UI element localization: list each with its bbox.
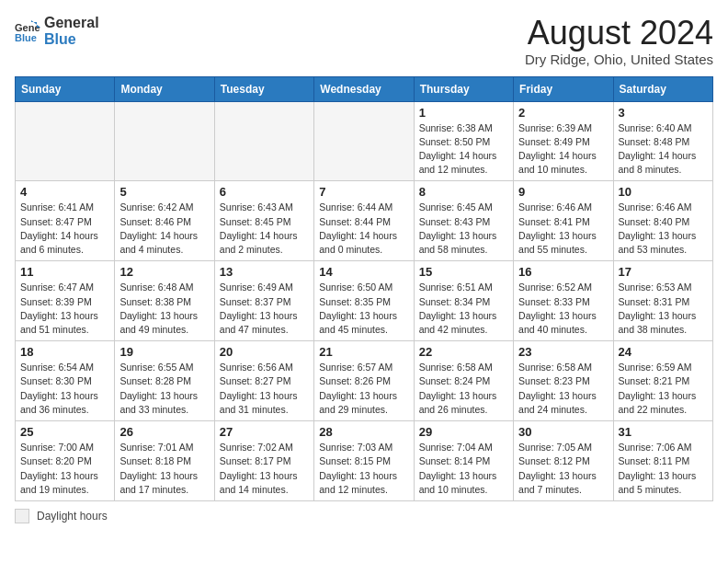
calendar-cell: [214, 101, 313, 181]
calendar-week-2: 4Sunrise: 6:41 AM Sunset: 8:47 PM Daylig…: [16, 181, 713, 261]
calendar-cell: [16, 101, 115, 181]
day-number: 26: [119, 425, 209, 439]
day-detail: Sunrise: 6:52 AM Sunset: 8:33 PM Dayligh…: [518, 281, 608, 337]
day-number: 24: [619, 345, 708, 359]
day-number: 17: [619, 265, 708, 279]
day-number: 19: [119, 345, 209, 359]
calendar-week-3: 11Sunrise: 6:47 AM Sunset: 8:39 PM Dayli…: [16, 261, 713, 341]
day-detail: Sunrise: 6:39 AM Sunset: 8:49 PM Dayligh…: [518, 121, 608, 178]
day-detail: Sunrise: 6:40 AM Sunset: 8:48 PM Dayligh…: [619, 121, 708, 178]
day-detail: Sunrise: 6:44 AM Sunset: 8:44 PM Dayligh…: [319, 201, 408, 257]
day-detail: Sunrise: 6:54 AM Sunset: 8:30 PM Dayligh…: [20, 361, 109, 417]
day-detail: Sunrise: 7:05 AM Sunset: 8:12 PM Dayligh…: [518, 441, 608, 497]
calendar-cell: 29Sunrise: 7:04 AM Sunset: 8:14 PM Dayli…: [414, 421, 513, 501]
day-detail: Sunrise: 6:51 AM Sunset: 8:34 PM Dayligh…: [419, 281, 508, 337]
day-number: 14: [319, 265, 408, 279]
calendar-cell: 2Sunrise: 6:39 AM Sunset: 8:49 PM Daylig…: [514, 101, 613, 181]
logo: General Blue General Blue: [15, 15, 99, 47]
day-number: 9: [518, 185, 608, 199]
location-title: Dry Ridge, Ohio, United States: [525, 52, 713, 67]
day-detail: Sunrise: 6:59 AM Sunset: 8:21 PM Dayligh…: [619, 361, 708, 417]
calendar-cell: 23Sunrise: 6:58 AM Sunset: 8:23 PM Dayli…: [514, 341, 613, 421]
day-detail: Sunrise: 6:48 AM Sunset: 8:38 PM Dayligh…: [119, 281, 209, 337]
day-number: 18: [20, 345, 109, 359]
day-number: 3: [619, 106, 708, 120]
legend-label: Daylight hours: [37, 510, 108, 523]
day-detail: Sunrise: 6:58 AM Sunset: 8:23 PM Dayligh…: [518, 361, 608, 417]
calendar-cell: 28Sunrise: 7:03 AM Sunset: 8:15 PM Dayli…: [314, 421, 414, 501]
calendar-header-monday: Monday: [115, 76, 214, 101]
day-detail: Sunrise: 6:41 AM Sunset: 8:47 PM Dayligh…: [20, 201, 109, 257]
day-number: 21: [319, 345, 408, 359]
calendar-cell: 5Sunrise: 6:42 AM Sunset: 8:46 PM Daylig…: [115, 181, 214, 261]
calendar-header-thursday: Thursday: [414, 76, 513, 101]
day-number: 13: [220, 265, 309, 279]
calendar-cell: 24Sunrise: 6:59 AM Sunset: 8:21 PM Dayli…: [613, 341, 712, 421]
calendar-cell: 18Sunrise: 6:54 AM Sunset: 8:30 PM Dayli…: [16, 341, 115, 421]
day-number: 6: [220, 185, 309, 199]
day-detail: Sunrise: 6:57 AM Sunset: 8:26 PM Dayligh…: [319, 361, 408, 417]
calendar-cell: 3Sunrise: 6:40 AM Sunset: 8:48 PM Daylig…: [613, 101, 712, 181]
day-number: 1: [419, 106, 508, 120]
calendar-cell: [314, 101, 414, 181]
day-number: 7: [319, 185, 408, 199]
logo-blue-text: Blue: [44, 31, 99, 48]
day-detail: Sunrise: 6:42 AM Sunset: 8:46 PM Dayligh…: [119, 201, 209, 257]
day-detail: Sunrise: 7:03 AM Sunset: 8:15 PM Dayligh…: [319, 441, 408, 497]
calendar-header-saturday: Saturday: [613, 76, 712, 101]
day-detail: Sunrise: 7:01 AM Sunset: 8:18 PM Dayligh…: [119, 441, 209, 497]
day-number: 16: [518, 265, 608, 279]
calendar-header-sunday: Sunday: [16, 76, 115, 101]
day-detail: Sunrise: 6:50 AM Sunset: 8:35 PM Dayligh…: [319, 281, 408, 337]
day-detail: Sunrise: 6:55 AM Sunset: 8:28 PM Dayligh…: [119, 361, 209, 417]
day-number: 10: [619, 185, 708, 199]
calendar-cell: 20Sunrise: 6:56 AM Sunset: 8:27 PM Dayli…: [214, 341, 313, 421]
calendar-table: SundayMondayTuesdayWednesdayThursdayFrid…: [15, 76, 713, 501]
calendar-cell: 14Sunrise: 6:50 AM Sunset: 8:35 PM Dayli…: [314, 261, 414, 341]
day-detail: Sunrise: 6:38 AM Sunset: 8:50 PM Dayligh…: [419, 121, 508, 178]
day-number: 22: [419, 345, 508, 359]
calendar-cell: 16Sunrise: 6:52 AM Sunset: 8:33 PM Dayli…: [514, 261, 613, 341]
calendar-cell: 31Sunrise: 7:06 AM Sunset: 8:11 PM Dayli…: [613, 421, 712, 501]
calendar-cell: 22Sunrise: 6:58 AM Sunset: 8:24 PM Dayli…: [414, 341, 513, 421]
day-detail: Sunrise: 7:04 AM Sunset: 8:14 PM Dayligh…: [419, 441, 508, 497]
day-detail: Sunrise: 6:46 AM Sunset: 8:40 PM Dayligh…: [619, 201, 708, 257]
calendar-cell: 26Sunrise: 7:01 AM Sunset: 8:18 PM Dayli…: [115, 421, 214, 501]
calendar-header-row: SundayMondayTuesdayWednesdayThursdayFrid…: [16, 76, 713, 101]
calendar-cell: 27Sunrise: 7:02 AM Sunset: 8:17 PM Dayli…: [214, 421, 313, 501]
calendar-cell: 6Sunrise: 6:43 AM Sunset: 8:45 PM Daylig…: [214, 181, 313, 261]
month-title: August 2024: [525, 15, 713, 52]
svg-text:Blue: Blue: [15, 32, 37, 43]
day-number: 30: [518, 425, 608, 439]
day-number: 11: [20, 265, 109, 279]
day-number: 31: [619, 425, 708, 439]
calendar-week-4: 18Sunrise: 6:54 AM Sunset: 8:30 PM Dayli…: [16, 341, 713, 421]
day-detail: Sunrise: 6:43 AM Sunset: 8:45 PM Dayligh…: [220, 201, 309, 257]
day-number: 23: [518, 345, 608, 359]
header: General Blue General Blue August 2024 Dr…: [15, 15, 713, 67]
day-number: 20: [220, 345, 309, 359]
calendar-cell: 4Sunrise: 6:41 AM Sunset: 8:47 PM Daylig…: [16, 181, 115, 261]
calendar-header-tuesday: Tuesday: [214, 76, 313, 101]
day-detail: Sunrise: 6:53 AM Sunset: 8:31 PM Dayligh…: [619, 281, 708, 337]
calendar-week-1: 1Sunrise: 6:38 AM Sunset: 8:50 PM Daylig…: [16, 101, 713, 181]
day-detail: Sunrise: 7:02 AM Sunset: 8:17 PM Dayligh…: [220, 441, 309, 497]
day-number: 8: [419, 185, 508, 199]
day-number: 12: [119, 265, 209, 279]
calendar-cell: 12Sunrise: 6:48 AM Sunset: 8:38 PM Dayli…: [115, 261, 214, 341]
calendar-cell: 17Sunrise: 6:53 AM Sunset: 8:31 PM Dayli…: [613, 261, 712, 341]
day-detail: Sunrise: 7:06 AM Sunset: 8:11 PM Dayligh…: [619, 441, 708, 497]
calendar-header-wednesday: Wednesday: [314, 76, 414, 101]
day-number: 27: [220, 425, 309, 439]
day-number: 2: [518, 106, 608, 120]
calendar-cell: 13Sunrise: 6:49 AM Sunset: 8:37 PM Dayli…: [214, 261, 313, 341]
day-detail: Sunrise: 6:47 AM Sunset: 8:39 PM Dayligh…: [20, 281, 109, 337]
day-number: 15: [419, 265, 508, 279]
calendar-week-5: 25Sunrise: 7:00 AM Sunset: 8:20 PM Dayli…: [16, 421, 713, 501]
day-detail: Sunrise: 7:00 AM Sunset: 8:20 PM Dayligh…: [20, 441, 109, 497]
day-number: 29: [419, 425, 508, 439]
logo-icon: General Blue: [15, 18, 40, 44]
day-detail: Sunrise: 6:46 AM Sunset: 8:41 PM Dayligh…: [518, 201, 608, 257]
day-number: 28: [319, 425, 408, 439]
day-number: 5: [119, 185, 209, 199]
